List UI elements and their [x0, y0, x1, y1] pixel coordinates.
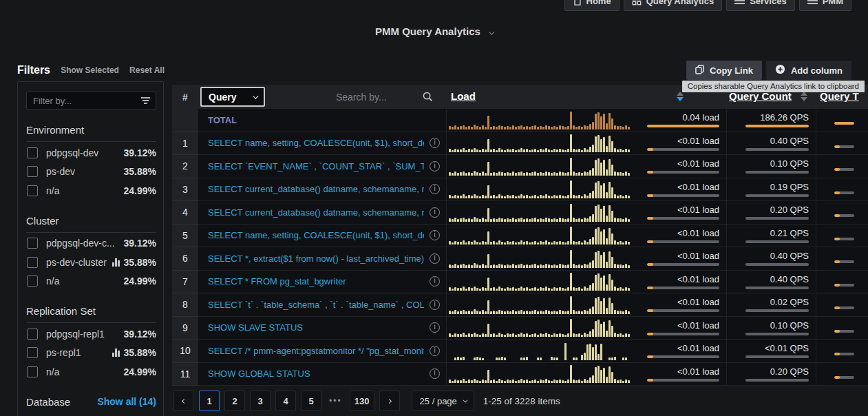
table-search-input[interactable]: [336, 87, 419, 106]
filter-checkbox[interactable]: [27, 238, 38, 249]
sparkline-bar: [496, 196, 498, 198]
filter-checkbox[interactable]: [27, 166, 38, 177]
query-time-meter-wrap: [834, 214, 854, 217]
filter-item-label[interactable]: pdpgsql-dev-c...: [46, 238, 124, 249]
sparkline-bar: [545, 379, 547, 383]
sparkline-bar: [460, 264, 462, 267]
add-column-button[interactable]: Add column: [766, 61, 851, 80]
info-icon[interactable]: i: [430, 184, 440, 194]
filter-item-label[interactable]: ps-repl1: [46, 347, 112, 358]
sparkline-bar: [551, 219, 553, 221]
sparkline-bar: [575, 265, 578, 268]
nav-query-analytics-button[interactable]: Query Analytics: [624, 0, 723, 11]
sparkline-bar: [628, 127, 630, 129]
query-text[interactable]: TOTAL: [208, 115, 440, 125]
sparkline-bar: [584, 333, 586, 337]
chart-icon[interactable]: [112, 349, 120, 357]
query-text[interactable]: SHOW GLOBAL STATUS: [208, 368, 424, 379]
filter-item-label[interactable]: ps-dev-cluster: [46, 257, 112, 268]
info-icon[interactable]: i: [430, 322, 440, 333]
filter-checkbox[interactable]: [27, 275, 38, 287]
filter-checkbox[interactable]: [27, 366, 38, 377]
filter-item-label[interactable]: n/a: [46, 185, 124, 196]
nav-button-label: Services: [750, 0, 787, 6]
query-text[interactable]: SELECT `EVENT_NAME` , `COUNT_STAR` , `SU…: [208, 161, 424, 171]
page-button[interactable]: 5: [301, 391, 321, 411]
last-page-button[interactable]: 130: [350, 391, 374, 411]
chevron-down-icon[interactable]: [489, 29, 494, 34]
query-count-sort-control[interactable]: [801, 92, 807, 101]
page-button[interactable]: 4: [275, 391, 296, 411]
chart-icon[interactable]: [112, 258, 120, 267]
filter-item-label[interactable]: pdpgsql-dev: [46, 147, 124, 158]
query-text[interactable]: SELECT `t` . `table_schema` , `t` . `tab…: [208, 300, 424, 310]
info-icon[interactable]: i: [430, 300, 440, 310]
nav-pmm-button[interactable]: PMM: [799, 0, 851, 11]
sparkline-bar: [460, 357, 462, 360]
search-icon[interactable]: [423, 92, 433, 105]
sparkline-bar: [496, 335, 498, 337]
filter-checkbox[interactable]: [27, 347, 38, 358]
page-button[interactable]: 3: [250, 391, 271, 411]
filter-item-label[interactable]: ps-dev: [46, 166, 124, 177]
info-icon[interactable]: i: [430, 138, 440, 148]
filters-panel: Environment pdpgsql-dev 39.12% ps-dev 35…: [17, 81, 164, 416]
load-column-header[interactable]: Load: [451, 90, 476, 102]
query-time-meter-wrap: [834, 284, 854, 287]
filter-checkbox[interactable]: [27, 147, 38, 158]
query-time-meter: [834, 330, 854, 333]
query-text[interactable]: SELECT /* pmm-agent:pgstatmonitor */ "pg…: [208, 346, 424, 356]
filter-section: Cluster pdpgsql-dev-c... 39.12% ps-dev-c…: [26, 215, 156, 291]
query-text[interactable]: SELECT *, extract($1 from now() - last_a…: [208, 253, 424, 264]
sparkline-bar: [628, 219, 630, 222]
copy-link-button[interactable]: Copy Link: [686, 61, 762, 80]
query-text[interactable]: SELECT name, setting, COALESCE(unit, $1)…: [208, 230, 424, 240]
sparkline-bar: [487, 324, 489, 337]
info-icon[interactable]: i: [430, 276, 440, 287]
filter-item-label[interactable]: n/a: [46, 366, 124, 377]
info-icon[interactable]: i: [430, 346, 440, 356]
query-text[interactable]: SELECT current_database() datname, schem…: [208, 207, 424, 218]
show-selected-link[interactable]: Show Selected: [61, 65, 119, 75]
nav-services-button[interactable]: Services: [726, 0, 795, 11]
nav-home-button[interactable]: Home: [564, 0, 620, 11]
load-value-block: <0.01 load: [647, 366, 719, 382]
filter-checkbox[interactable]: [27, 185, 38, 196]
sparkline-bar: [553, 149, 555, 152]
show-all-link[interactable]: Show all (14): [97, 396, 156, 407]
reset-all-link[interactable]: Reset All: [129, 65, 165, 75]
page-title-text[interactable]: PMM Query Analytics: [375, 25, 480, 37]
info-icon[interactable]: i: [430, 161, 440, 171]
info-icon[interactable]: i: [430, 207, 440, 218]
filter-checkbox[interactable]: [27, 329, 38, 340]
query-dimension-dropdown[interactable]: Query: [200, 87, 265, 107]
page-button[interactable]: 2: [224, 391, 245, 411]
query-text[interactable]: SELECT current_database() datname, schem…: [208, 184, 424, 194]
row-index: 1: [172, 132, 198, 156]
sparkline-bar: [542, 288, 544, 291]
info-icon[interactable]: i: [430, 253, 440, 264]
sparkline-bar: [496, 173, 498, 175]
query-text[interactable]: SELECT name, setting, COALESCE(unit, $1)…: [208, 138, 424, 148]
filter-item-label[interactable]: n/a: [46, 275, 124, 287]
query-count-meter: [745, 379, 809, 382]
sparkline-bar: [622, 335, 624, 337]
sparkline-bar: [529, 242, 531, 245]
prev-page-button[interactable]: [173, 391, 194, 411]
filter-item-label[interactable]: pdpgsql-repl1: [46, 329, 124, 340]
query-text[interactable]: SELECT * FROM pg_stat_bgwriter: [208, 276, 424, 287]
query-time-cell: [816, 132, 868, 155]
sparkline-bar: [504, 127, 506, 129]
filter-checkbox[interactable]: [27, 257, 38, 268]
sparkline-bar: [449, 218, 451, 222]
sparkline-bar: [570, 273, 572, 291]
info-icon[interactable]: i: [430, 230, 440, 240]
filter-search-input[interactable]: [26, 92, 156, 110]
page-button[interactable]: 1: [199, 391, 220, 411]
query-text[interactable]: SHOW SLAVE STATUS: [208, 322, 424, 333]
next-page-button[interactable]: [379, 391, 400, 411]
info-icon[interactable]: i: [430, 368, 440, 379]
page-size-select[interactable]: 25 / page: [412, 391, 474, 411]
sparkline-bar: [504, 219, 506, 221]
load-sort-control[interactable]: [677, 92, 684, 101]
